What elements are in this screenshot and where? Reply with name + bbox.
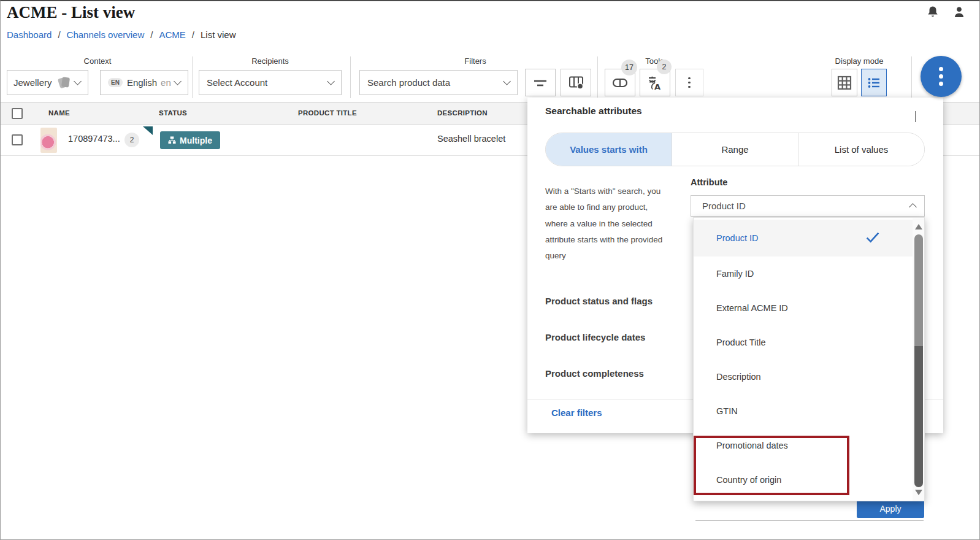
kebab-menu-icon [688,77,691,88]
breadcrumb-separator: / [192,29,194,40]
app-window: ACME - List view Dashboard / Channels ov… [0,0,980,540]
status-chip-label: Multiple [180,136,212,145]
tab-list-of-values[interactable]: List of values [798,133,924,166]
filters-group-label: Filters [359,56,591,66]
attribute-label: Attribute [691,177,727,187]
select-all-checkbox[interactable] [12,108,23,119]
breadcrumb: Dashboard / Channels overview / ACME / L… [7,29,236,40]
panel-title: Searchable attributes [545,106,642,117]
toolbar-divider [350,56,351,98]
breadcrumb-separator: / [58,29,60,40]
chevron-down-icon [503,77,511,85]
column-settings-icon [568,74,584,91]
more-tools-button[interactable] [675,69,703,96]
recipients-account-select[interactable]: Select Account [199,70,342,95]
chevron-up-icon [915,111,916,122]
column-header-product-title[interactable]: PRODUCT TITLE [298,109,357,117]
breadcrumb-separator: / [150,29,153,40]
scrollbar-thumb-upper[interactable] [914,234,923,346]
dropdown-item-country-of-origin[interactable]: Country of origin [694,463,913,497]
scroll-down-arrow-icon[interactable] [915,490,922,495]
filter-button[interactable] [525,69,556,96]
section-product-status-and-flags[interactable]: Product status and flags [545,296,653,306]
hierarchy-icon [168,136,176,144]
filter-icon [532,75,548,91]
attribute-select-value: Product ID [702,201,746,211]
grid-view-icon [836,75,852,91]
checkmark-icon [865,230,880,245]
dropdown-item-family-id[interactable]: Family ID [694,256,913,291]
toolbar-divider [597,56,598,98]
list-view-button[interactable] [861,69,887,96]
dropdown-item-description[interactable]: Description [694,360,913,394]
dropdown-item-external-acme-id[interactable]: External ACME ID [694,291,913,325]
language-value: English [127,77,157,88]
panel-collapse-button[interactable] [915,111,916,122]
fab-actions-button[interactable] [921,56,962,97]
breadcrumb-dashboard[interactable]: Dashboard [7,29,52,40]
language-code-badge: EN [108,78,123,87]
chevron-up-icon [909,203,917,211]
product-thumbnail [40,128,57,153]
row-checkbox[interactable] [12,134,23,145]
search-mode-tabs: Values starts with Range List of values [545,133,925,166]
clear-filters-link[interactable]: Clear filters [551,407,602,418]
grid-view-button[interactable] [832,69,857,96]
svg-text:A: A [654,82,660,91]
channel-select[interactable]: Jewellery [7,70,88,95]
translate-tool-badge: 2 [657,60,672,74]
column-header-description[interactable]: DESCRIPTION [437,109,488,117]
page-title: ACME - List view [7,3,135,22]
display-mode-group-label: Display mode [810,56,908,66]
scrollbar-thumb-lower[interactable] [914,346,923,487]
jewellery-channel-icon [58,77,70,89]
dropdown-item-gtin[interactable]: GTIN [694,394,913,428]
dropdown-item-product-title[interactable]: Product Title [694,325,913,360]
account-placeholder: Select Account [207,77,267,88]
starts-with-description: With a "Starts with" search, you are abl… [545,183,692,264]
apply-button[interactable]: Apply [857,500,924,518]
query-input-underline [695,520,924,521]
translate-icon: A [646,74,664,91]
dropdown-scrollbar[interactable] [913,218,924,501]
column-header-status[interactable]: STATUS [159,109,187,117]
notification-bell-icon[interactable] [925,5,940,20]
status-chip: Multiple [160,131,220,149]
section-product-completeness[interactable]: Product completeness [545,368,644,379]
product-description: Seashell bracelet [437,134,505,144]
channel-value: Jewellery [13,77,52,88]
search-product-data-select[interactable]: Search product data [359,70,518,95]
tools-group-label: Tools [605,56,705,66]
scroll-up-arrow-icon[interactable] [915,224,922,230]
user-profile-icon[interactable] [952,5,967,20]
search-placeholder: Search product data [367,77,450,88]
context-group-label: Context [7,56,188,66]
chevron-down-icon [174,77,182,85]
language-suffix: en [161,77,171,88]
variant-count-badge: 2 [124,133,139,147]
breadcrumb-acme[interactable]: ACME [159,29,185,40]
section-product-lifecycle-dates[interactable]: Product lifecycle dates [545,332,645,342]
list-view-icon [866,75,882,91]
product-name: 170897473... [68,134,120,144]
toolbar-divider [192,56,193,98]
link-tool-badge: 17 [621,60,637,75]
chevron-down-icon [74,77,82,85]
attribute-dropdown: Product ID Family ID External ACME ID Pr… [693,217,925,501]
tab-values-starts-with[interactable]: Values starts with [546,133,672,166]
language-select[interactable]: EN English en [100,70,188,95]
column-header-name[interactable]: NAME [48,109,70,117]
chevron-down-icon [327,77,335,85]
breadcrumb-channels-overview[interactable]: Channels overview [67,29,145,40]
breadcrumb-current: List view [201,29,236,40]
corner-flag-icon [143,126,153,135]
dropdown-item-product-id[interactable]: Product ID [694,220,913,256]
tab-range[interactable]: Range [672,133,798,166]
toolbar-divider [911,56,912,98]
column-settings-button[interactable] [561,69,591,96]
dropdown-item-promotional-dates[interactable]: Promotional dates [694,428,913,463]
recipients-group-label: Recipients [199,56,342,66]
link-capsule-icon [611,75,629,91]
attribute-select[interactable]: Product ID [691,195,925,217]
